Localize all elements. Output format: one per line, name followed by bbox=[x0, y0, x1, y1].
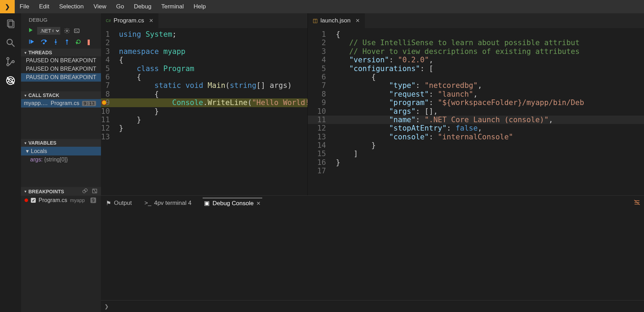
sidebar-title: DEBUG bbox=[21, 13, 101, 26]
panel-tab-label: Debug Console bbox=[212, 200, 253, 207]
editor-right: ◫ launch.json ✕ 123456789101112131415161… bbox=[308, 13, 644, 195]
chevron-down-icon: ▾ bbox=[25, 51, 26, 55]
menu-file[interactable]: File bbox=[15, 0, 34, 13]
gear-icon[interactable] bbox=[64, 28, 70, 34]
menu-view[interactable]: View bbox=[89, 0, 111, 13]
close-icon[interactable]: ✕ bbox=[149, 18, 154, 24]
svg-marker-27 bbox=[76, 42, 77, 44]
bottom-panel: ⚑ Output >_ 4pv terminal 4 ▣ Debug Conso… bbox=[101, 195, 644, 312]
close-icon[interactable]: ✕ bbox=[256, 200, 261, 207]
prompt-icon: ❯ bbox=[104, 302, 109, 311]
debug-icon[interactable] bbox=[5, 75, 16, 86]
threads-header[interactable]: ▾ THREADS bbox=[21, 49, 101, 56]
breakpoint-dot-icon bbox=[25, 199, 28, 202]
svg-line-31 bbox=[93, 189, 96, 193]
thread-item[interactable]: PAUSED ON BREAKPOINT bbox=[21, 73, 101, 82]
menu-help[interactable]: Help bbox=[189, 0, 211, 13]
tab-launch-json[interactable]: ◫ launch.json ✕ bbox=[308, 13, 365, 28]
variable-value: {string[0]} bbox=[44, 157, 68, 162]
frame-location: 9:13 bbox=[82, 101, 96, 106]
remove-all-breakpoints-icon[interactable] bbox=[92, 188, 97, 195]
chevron-down-icon: ▾ bbox=[26, 148, 29, 154]
continue-icon[interactable] bbox=[29, 39, 34, 46]
editor-left: C# Program.cs ✕ 12345678910111213 using … bbox=[101, 13, 308, 195]
svg-line-3 bbox=[12, 44, 15, 47]
panel-tab-debug-console[interactable]: ▣ Debug Console ✕ bbox=[203, 198, 262, 208]
locals-scope[interactable]: ▾ Locals bbox=[21, 147, 101, 155]
console-icon[interactable] bbox=[74, 28, 80, 34]
json-icon: ◫ bbox=[313, 18, 318, 24]
frame-file: Program.cs bbox=[50, 100, 79, 106]
variable-name: args: bbox=[30, 157, 43, 162]
tab-label: Program.cs bbox=[114, 17, 144, 24]
breakpoint-checkbox[interactable]: ✓ bbox=[31, 198, 36, 203]
svg-rect-17 bbox=[29, 40, 30, 44]
csharp-icon: C# bbox=[106, 19, 111, 23]
svg-point-5 bbox=[7, 64, 9, 66]
code-editor-right[interactable]: 1234567891011121314151617 { // Use Intel… bbox=[308, 28, 644, 195]
debug-console-input[interactable]: ❯ bbox=[101, 300, 644, 312]
close-icon[interactable]: ✕ bbox=[355, 18, 360, 24]
svg-point-2 bbox=[7, 39, 12, 44]
chevron-down-icon: ▾ bbox=[25, 189, 26, 193]
menu-debug[interactable]: Debug bbox=[129, 0, 156, 13]
source-control-icon[interactable] bbox=[5, 56, 16, 67]
chevron-down-icon: ▾ bbox=[25, 93, 26, 97]
flag-icon: ⚑ bbox=[106, 200, 111, 207]
svg-marker-14 bbox=[29, 28, 33, 32]
svg-point-15 bbox=[66, 30, 68, 32]
variable-row[interactable]: args: {string[0]} bbox=[21, 155, 101, 164]
files-icon[interactable] bbox=[5, 18, 16, 29]
step-out-icon[interactable] bbox=[65, 39, 69, 46]
restart-icon[interactable] bbox=[76, 39, 81, 46]
panel-tab-label: Output bbox=[114, 200, 132, 207]
debug-sidebar: DEBUG .NET C ▾ THREADS bbox=[21, 13, 101, 312]
tab-program-cs[interactable]: C# Program.cs ✕ bbox=[101, 13, 159, 28]
thread-item[interactable]: PAUSED ON BREAKPOINT bbox=[21, 65, 101, 73]
svg-marker-19 bbox=[45, 40, 47, 42]
search-icon[interactable] bbox=[5, 37, 16, 48]
breakpoint-path: myapp bbox=[70, 197, 85, 203]
svg-line-11 bbox=[12, 79, 14, 80]
clear-console-icon[interactable] bbox=[633, 199, 640, 208]
console-icon: ▣ bbox=[204, 200, 210, 207]
svg-line-12 bbox=[7, 82, 9, 83]
start-debug-icon[interactable] bbox=[28, 27, 34, 34]
svg-point-26 bbox=[67, 44, 68, 45]
breakpoint-row[interactable]: ✓ Program.cs myapp 9 bbox=[21, 196, 101, 205]
callstack-header[interactable]: ▾ CALL STACK bbox=[21, 91, 101, 99]
tab-label: launch.json bbox=[320, 17, 351, 24]
menu-terminal[interactable]: Terminal bbox=[156, 0, 189, 13]
callstack-frame[interactable]: myapp.… Program.cs 9:13 bbox=[21, 99, 101, 108]
variables-header[interactable]: ▾ VARIABLES bbox=[21, 139, 101, 147]
debug-config-select[interactable]: .NET C bbox=[37, 27, 60, 35]
panel-tab-terminal[interactable]: >_ 4pv terminal 4 bbox=[143, 198, 193, 208]
breakpoint-line: 9 bbox=[90, 197, 96, 203]
chevron-down-icon: ▾ bbox=[25, 141, 26, 145]
debug-console-body[interactable] bbox=[101, 210, 644, 300]
debug-config-toolbar: .NET C bbox=[21, 26, 101, 37]
stop-icon[interactable] bbox=[88, 40, 90, 45]
tabbar-left: C# Program.cs ✕ bbox=[101, 13, 307, 28]
thread-item[interactable]: PAUSED ON BREAKPOINT bbox=[21, 56, 101, 65]
svg-rect-16 bbox=[74, 29, 79, 33]
menubar: ❯ FileEditSelectionViewGoDebugTerminalHe… bbox=[0, 0, 644, 13]
toggle-breakpoints-icon[interactable] bbox=[82, 188, 88, 195]
svg-point-6 bbox=[12, 61, 14, 63]
terminal-icon: >_ bbox=[144, 200, 151, 207]
debug-step-controls bbox=[21, 37, 101, 49]
menu-selection[interactable]: Selection bbox=[54, 0, 89, 13]
step-into-icon[interactable] bbox=[53, 39, 58, 46]
menu-go[interactable]: Go bbox=[111, 0, 129, 13]
panel-tab-label: 4pv terminal 4 bbox=[154, 200, 191, 207]
editor-area: C# Program.cs ✕ 12345678910111213 using … bbox=[101, 13, 644, 312]
breakpoint-file: Program.cs bbox=[39, 197, 67, 203]
svg-marker-18 bbox=[30, 40, 34, 44]
tabbar-right: ◫ launch.json ✕ bbox=[308, 13, 644, 28]
breakpoints-header[interactable]: ▾ BREAKPOINTS bbox=[21, 187, 101, 196]
menu-edit[interactable]: Edit bbox=[34, 0, 54, 13]
code-editor-left[interactable]: 12345678910111213 using System;namespace… bbox=[101, 28, 307, 195]
panel-tab-output[interactable]: ⚑ Output bbox=[104, 198, 133, 208]
app-logo: ❯ bbox=[0, 0, 15, 13]
step-over-icon[interactable] bbox=[41, 39, 47, 46]
